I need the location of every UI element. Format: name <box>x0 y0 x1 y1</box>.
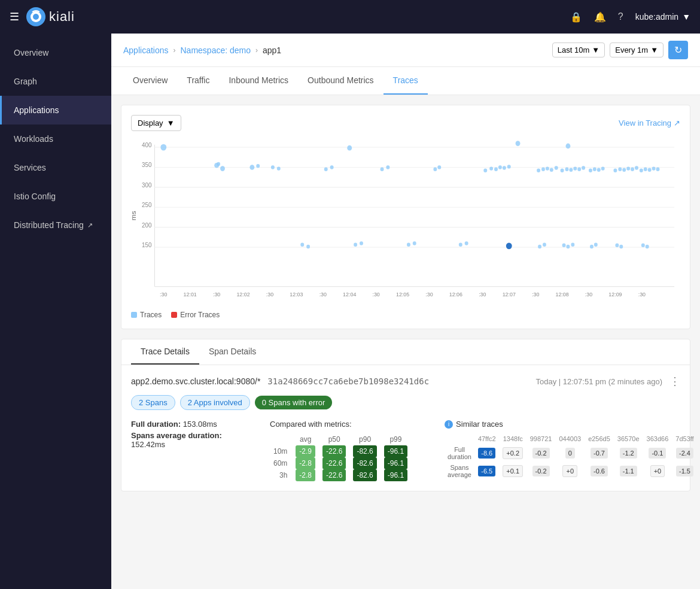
svg-point-82 <box>566 245 570 248</box>
bell-icon[interactable]: 🔔 <box>594 11 606 23</box>
cell-fd-044003: 0 <box>555 444 585 462</box>
tab-span-details[interactable]: Span Details <box>199 339 266 365</box>
svg-point-83 <box>571 242 574 246</box>
similar-col-998721: 998721 <box>526 433 556 444</box>
hamburger-icon[interactable]: ☰ <box>10 10 19 23</box>
more-options-button[interactable]: ⋮ <box>669 375 680 388</box>
svg-point-87 <box>597 168 601 172</box>
svg-point-78 <box>573 166 577 170</box>
svg-point-77 <box>569 168 573 172</box>
cell-sa-998721: -0.2 <box>526 462 556 480</box>
svg-point-43 <box>271 165 275 169</box>
svg-text::30: :30 <box>160 292 167 297</box>
full-duration-label: Full duration: <box>131 420 181 429</box>
svg-point-81 <box>562 244 566 247</box>
svg-point-90 <box>594 242 598 246</box>
display-chevron-icon: ▼ <box>167 119 175 127</box>
svg-text::30: :30 <box>425 292 433 297</box>
view-in-tracing-link[interactable]: View in Tracing ↗ <box>619 119 680 127</box>
display-button[interactable]: Display ▼ <box>131 115 181 131</box>
scatter-chart[interactable]: 400 350 300 250 200 150 ms <box>131 138 680 306</box>
svg-point-2 <box>33 14 39 20</box>
sidebar-item-overview[interactable]: Overview <box>0 38 111 67</box>
sidebar-item-label: Graph <box>14 77 37 86</box>
time-controls: Last 10m ▼ Every 1m ▼ ↻ <box>552 41 688 59</box>
page-tabs: Overview Traffic Inbound Metrics Outboun… <box>111 67 700 95</box>
sidebar-item-services[interactable]: Services <box>0 153 111 182</box>
legend-error-traces-label: Error Traces <box>180 311 220 319</box>
full-duration-value: 153.08ms <box>183 420 217 429</box>
tab-traffic[interactable]: Traffic <box>177 67 219 95</box>
lock-icon[interactable]: 🔒 <box>570 11 582 23</box>
svg-text:12:08: 12:08 <box>555 292 568 297</box>
cell-fd-36570e: -1.2 <box>614 444 643 462</box>
svg-text:400: 400 <box>142 142 152 148</box>
svg-point-73 <box>538 245 541 248</box>
avg-duration-value: 152.42ms <box>131 440 165 449</box>
similar-table: 47ffc2 1348fc 998721 044003 e256d5 36570… <box>445 433 700 480</box>
svg-point-48 <box>300 242 304 246</box>
cell-60m-p50: -22.6 <box>319 457 349 469</box>
svg-point-104 <box>656 167 660 171</box>
page-content: Display ▼ View in Tracing ↗ 400 350 <box>111 95 700 501</box>
svg-point-44 <box>277 166 281 170</box>
refresh-chevron-icon: ▼ <box>650 45 658 54</box>
tab-outbound-metrics[interactable]: Outbound Metrics <box>298 67 384 95</box>
svg-text:12:02: 12:02 <box>236 292 249 297</box>
cell-fd-363d66: -0.1 <box>643 444 672 462</box>
info-icon: i <box>445 420 453 429</box>
svg-point-46 <box>324 167 328 171</box>
sidebar-item-label: Distributed Tracing <box>14 220 84 230</box>
tab-trace-details[interactable]: Trace Details <box>131 339 199 365</box>
similar-col-7d53ff: 7d53ff <box>672 433 697 444</box>
svg-text::30: :30 <box>585 292 592 297</box>
header-icons: 🔒 🔔 ? kube:admin ▼ <box>570 11 690 23</box>
sidebar-item-distributed-tracing[interactable]: Distributed Tracing ↗ <box>0 211 111 239</box>
svg-point-41 <box>249 165 254 170</box>
trace-metrics: Full duration: 153.08ms Spans average du… <box>131 420 680 481</box>
similar-col-1348fc: 1348fc <box>500 433 526 444</box>
sidebar-item-label: Workloads <box>14 134 53 144</box>
svg-point-59 <box>465 241 468 245</box>
refresh-interval-select[interactable]: Every 1m ▼ <box>610 42 664 57</box>
logo-text: kiali <box>49 9 75 25</box>
svg-point-61 <box>489 166 493 170</box>
svg-text:12:01: 12:01 <box>184 292 197 297</box>
refresh-button[interactable]: ↻ <box>668 41 688 59</box>
table-row: 3h -2.8 -22.6 -82.6 -96.1 <box>270 469 411 481</box>
cell-sa-e256d5: -0.6 <box>585 462 614 480</box>
user-menu[interactable]: kube:admin ▼ <box>635 12 690 22</box>
tab-traces[interactable]: Traces <box>384 67 428 95</box>
cell-10m-p50: -22.6 <box>319 445 349 457</box>
sidebar-item-graph[interactable]: Graph <box>0 67 111 96</box>
svg-point-92 <box>618 167 622 171</box>
breadcrumb-bar: Applications › Namespace: demo › app1 La… <box>111 34 700 67</box>
similar-title: i Similar traces <box>445 420 700 429</box>
compared-col-p99: p99 <box>381 433 411 445</box>
row-label-10m: 10m <box>270 445 292 457</box>
svg-point-72 <box>555 166 558 169</box>
external-link-icon: ↗ <box>674 119 680 127</box>
legend-traces-label: Traces <box>140 311 162 319</box>
sidebar-item-applications[interactable]: Applications <box>0 96 111 125</box>
breadcrumb-namespace[interactable]: Namespace: demo <box>181 45 251 55</box>
svg-point-54 <box>407 242 410 246</box>
cell-fd-7d53ff: -2.4 <box>672 444 697 462</box>
breadcrumb-applications[interactable]: Applications <box>123 45 169 55</box>
sidebar-item-istio-config[interactable]: Istio Config <box>0 182 111 211</box>
similar-col-empty <box>445 433 474 444</box>
tab-overview[interactable]: Overview <box>123 67 177 95</box>
svg-text:12:05: 12:05 <box>396 292 409 297</box>
sidebar: Overview Graph Applications Workloads Se… <box>0 34 111 589</box>
trace-badges: 2 Spans 2 Apps involved 0 Spans with err… <box>131 395 680 410</box>
sidebar-item-workloads[interactable]: Workloads <box>0 125 111 153</box>
time-range-select[interactable]: Last 10m ▼ <box>552 42 605 57</box>
tab-inbound-metrics[interactable]: Inbound Metrics <box>219 67 298 95</box>
help-icon[interactable]: ? <box>618 11 623 22</box>
svg-point-37 <box>160 144 166 151</box>
cell-10m-avg: -2.9 <box>292 445 319 457</box>
table-row: Spansaverage -6.5 +0.1 -0.2 +0 -0.6 -1.1… <box>445 462 700 480</box>
svg-point-58 <box>459 242 462 246</box>
svg-point-70 <box>546 166 549 170</box>
cell-10m-p90: -82.6 <box>349 445 380 457</box>
